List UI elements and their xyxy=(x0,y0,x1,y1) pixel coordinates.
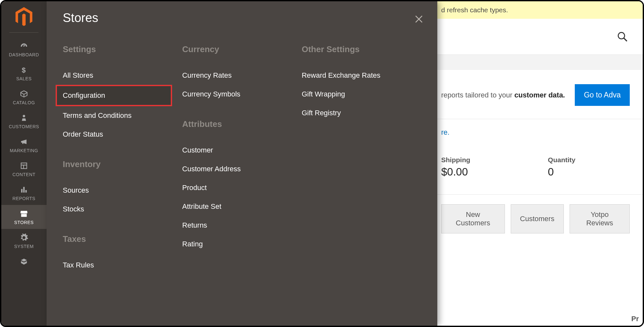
sidebar-item-catalog[interactable]: CATALOG xyxy=(1,85,47,109)
sidebar-item-label: CONTENT xyxy=(12,172,35,177)
go-to-advanced-button[interactable]: Go to Adva xyxy=(575,84,630,106)
col-heading-settings: Settings xyxy=(63,44,182,54)
box-icon xyxy=(18,89,30,99)
sidebar-item-label: SALES xyxy=(16,76,32,81)
svg-point-3 xyxy=(618,32,625,39)
sidebar-item-marketing[interactable]: MARKETING xyxy=(1,133,47,157)
col-heading-currency: Currency xyxy=(182,44,301,54)
fly-link-gift-wrapping[interactable]: Gift Wrapping xyxy=(302,85,421,104)
fly-link-reward-rates[interactable]: Reward Exchange Rates xyxy=(302,66,421,85)
fly-link-all-stores[interactable]: All Stores xyxy=(63,66,182,85)
fly-link-attr-rating[interactable]: Rating xyxy=(182,235,301,254)
sidebar-item-label: CATALOG xyxy=(13,100,35,105)
sidebar-item-label: STORES xyxy=(14,220,34,225)
storefront-icon xyxy=(18,209,30,219)
here-link[interactable]: re. xyxy=(441,128,450,136)
col-heading-attributes: Attributes xyxy=(182,119,301,129)
promo-text-before: reports tailored to your xyxy=(441,91,514,99)
stat-value: $0.00 xyxy=(441,166,470,178)
magento-logo[interactable] xyxy=(14,7,34,27)
fly-link-configuration[interactable]: Configuration xyxy=(56,85,172,106)
sidebar-item-label: MARKETING xyxy=(10,148,38,153)
sidebar-item-label: CUSTOMERS xyxy=(9,124,39,129)
svg-line-4 xyxy=(624,38,627,41)
megaphone-icon xyxy=(18,137,30,147)
footer-right-text: Pr xyxy=(631,315,639,323)
flyout-col-settings: Settings All Stores Configuration Terms … xyxy=(63,41,182,275)
gear-icon xyxy=(18,233,30,242)
sidebar-divider xyxy=(9,32,38,33)
fly-link-currency-rates[interactable]: Currency Rates xyxy=(182,66,301,85)
sidebar-item-label: REPORTS xyxy=(13,196,36,201)
fly-link-attr-customer[interactable]: Customer xyxy=(182,141,301,160)
flyout-columns: Settings All Stores Configuration Terms … xyxy=(63,41,421,275)
fly-link-terms[interactable]: Terms and Conditions xyxy=(63,106,182,125)
fly-link-attr-returns[interactable]: Returns xyxy=(182,216,301,235)
tab-customers[interactable]: Customers xyxy=(511,204,564,233)
flyout-title: Stores xyxy=(63,11,421,25)
fly-link-sources[interactable]: Sources xyxy=(63,181,182,200)
tab-new-customers[interactable]: New Customers xyxy=(441,204,505,233)
sidebar-item-dashboard[interactable]: DASHBOARD xyxy=(1,37,47,61)
svg-text:$: $ xyxy=(22,66,26,74)
fly-link-attr-product[interactable]: Product xyxy=(182,178,301,197)
notice-text: d refresh cache types. xyxy=(441,6,508,14)
sidebar-item-stores[interactable]: STORES xyxy=(1,205,47,229)
sidebar-item-label: DASHBOARD xyxy=(9,52,39,57)
sidebar-item-content[interactable]: CONTENT xyxy=(1,157,47,181)
sidebar-item-label: SYSTEM xyxy=(14,244,34,249)
fly-link-gift-registry[interactable]: Gift Registry xyxy=(302,104,421,122)
sidebar-item-reports[interactable]: REPORTS xyxy=(1,181,47,205)
dollar-icon: $ xyxy=(18,65,30,75)
col-heading-other: Other Settings xyxy=(302,44,421,54)
col-heading-taxes: Taxes xyxy=(63,234,182,244)
col-heading-inventory: Inventory xyxy=(63,159,182,169)
flyout-col-other: Other Settings Reward Exchange Rates Gif… xyxy=(302,41,421,275)
fly-link-order-status[interactable]: Order Status xyxy=(63,125,182,144)
cube-icon xyxy=(18,257,30,266)
tab-yotpo-reviews[interactable]: Yotpo Reviews xyxy=(570,204,630,233)
stat-quantity: Quantity 0 xyxy=(548,156,575,178)
fly-link-attr-customer-address[interactable]: Customer Address xyxy=(182,160,301,178)
gauge-icon xyxy=(18,41,30,51)
fly-link-currency-symbols[interactable]: Currency Symbols xyxy=(182,85,301,104)
stat-label: Shipping xyxy=(441,156,470,164)
sidebar-item-extra[interactable] xyxy=(1,253,47,268)
flyout-col-currency: Currency Currency Rates Currency Symbols… xyxy=(182,41,301,275)
sidebar-item-system[interactable]: SYSTEM xyxy=(1,229,47,253)
person-icon xyxy=(18,113,30,123)
stat-label: Quantity xyxy=(548,156,575,164)
stat-value: 0 xyxy=(548,166,575,178)
search-icon[interactable] xyxy=(617,31,628,42)
close-button[interactable] xyxy=(413,14,424,25)
sidebar-item-customers[interactable]: CUSTOMERS xyxy=(1,109,47,133)
sidebar-item-sales[interactable]: $ SALES xyxy=(1,61,47,85)
fly-link-attr-set[interactable]: Attribute Set xyxy=(182,197,301,216)
layout-icon xyxy=(18,161,30,171)
fly-link-tax-rules[interactable]: Tax Rules xyxy=(63,256,182,275)
bar-chart-icon xyxy=(18,185,30,195)
stat-shipping: Shipping $0.00 xyxy=(441,156,470,178)
promo-text: reports tailored to your customer data. xyxy=(441,91,565,99)
promo-text-bold: customer data. xyxy=(514,91,565,99)
fly-link-stocks[interactable]: Stocks xyxy=(63,200,182,219)
stores-flyout-menu: Stores Settings All Stores Configuration… xyxy=(47,1,437,326)
admin-sidebar: DASHBOARD $ SALES CATALOG CUSTOMERS MARK… xyxy=(1,1,47,326)
